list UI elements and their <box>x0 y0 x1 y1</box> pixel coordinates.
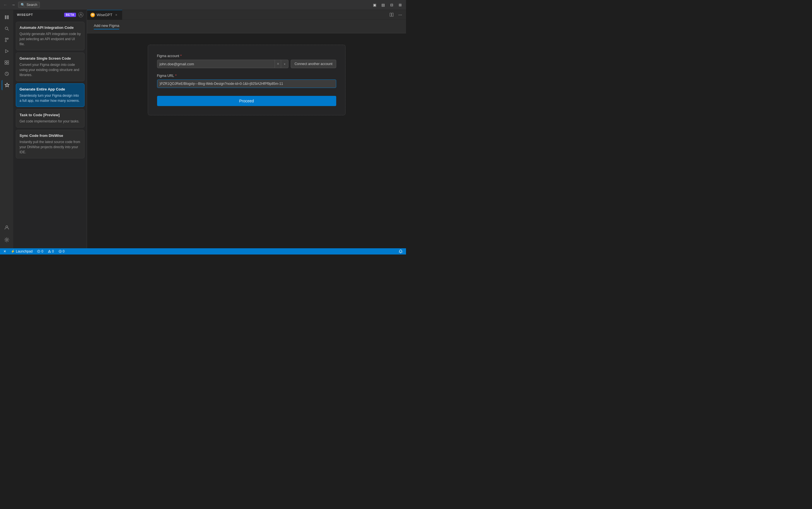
sidebar-card-title: Generate Single Screen Code <box>20 56 81 61</box>
svg-line-3 <box>7 29 8 31</box>
activity-item-explorer[interactable] <box>2 12 12 22</box>
figma-url-group: Figma URL * <box>157 74 336 88</box>
more-actions-button[interactable]: ⋯ <box>396 11 404 18</box>
svg-point-5 <box>5 40 6 42</box>
svg-rect-9 <box>5 63 6 65</box>
sidebar-card-title: Sync Code from DhiWise <box>20 133 81 138</box>
dropdown-arrow[interactable]: ▾ <box>281 60 288 68</box>
sidebar-layout-button[interactable]: ⊞ <box>396 2 404 8</box>
launchpad-icon: ⚡ <box>11 249 15 253</box>
svg-point-4 <box>5 38 6 39</box>
figma-account-input-row: ✕ ▾ Connect another account <box>157 60 336 68</box>
sidebar-card-desc: Quickly generate API integration code by… <box>20 31 81 47</box>
sidebar-card-sync-code[interactable]: Sync Code from DhiWise Instantly pull th… <box>16 130 84 158</box>
status-errors[interactable]: 0 <box>36 248 44 254</box>
sidebar-card-generate-single[interactable]: Generate Single Screen Code Convert your… <box>16 53 84 81</box>
tab-bar: W WiseGPT × ⋯ <box>87 10 406 20</box>
clear-account-button[interactable]: ✕ <box>274 60 281 68</box>
figma-account-input[interactable] <box>157 62 275 66</box>
svg-rect-7 <box>5 61 6 62</box>
svg-point-19 <box>39 252 39 252</box>
status-branch[interactable]: ✕ <box>2 248 7 254</box>
search-icon: 🔍 <box>21 3 25 7</box>
activity-item-run[interactable] <box>2 46 12 56</box>
title-bar-left: ← → 🔍 Search <box>2 2 40 8</box>
status-bar-right <box>398 248 404 254</box>
required-star-url: * <box>175 74 177 78</box>
search-bar[interactable]: 🔍 Search <box>18 2 40 8</box>
figma-account-select[interactable]: ✕ ▾ <box>157 60 289 68</box>
connect-another-account-button[interactable]: Connect another account <box>291 60 336 68</box>
status-bar: ✕ ⚡ Launchpad 0 0 0 <box>0 248 406 254</box>
sidebar-content: Automate API Integration Code Quickly ge… <box>13 20 87 248</box>
tab-icon: W <box>90 13 95 17</box>
svg-point-12 <box>6 226 8 228</box>
svg-rect-15 <box>390 13 391 16</box>
tab-wisegpt[interactable]: W WiseGPT × <box>87 10 122 20</box>
grid-layout-button[interactable]: ⊟ <box>388 2 395 8</box>
search-label: Search <box>27 3 37 7</box>
figma-url-input[interactable] <box>157 79 336 88</box>
split-editor-button[interactable] <box>388 11 395 18</box>
sidebar: WISEGPT BETA Automate API Integration Co… <box>13 10 87 248</box>
activity-bar <box>0 10 13 248</box>
status-bar-left: ✕ ⚡ Launchpad 0 0 0 <box>2 248 66 254</box>
sidebar-card-title: Task to Code [Preview] <box>20 113 81 117</box>
panel-header: Add new Figma <box>87 20 406 33</box>
svg-rect-8 <box>7 61 9 62</box>
panel-title: Add new Figma <box>94 24 119 29</box>
tab-close-button[interactable]: × <box>114 13 119 17</box>
sidebar-card-desc: Convert your Figma design into code usin… <box>20 62 81 77</box>
forward-button[interactable]: → <box>10 2 16 8</box>
beta-badge: BETA <box>64 13 76 17</box>
figma-account-label: Figma account * <box>157 54 336 58</box>
svg-point-23 <box>60 250 60 251</box>
activity-bar-bottom <box>2 222 12 248</box>
svg-rect-16 <box>392 13 393 16</box>
status-warnings[interactable]: 0 <box>47 248 55 254</box>
sidebar-card-desc: Seamlessly turn your Figma design into a… <box>20 93 81 103</box>
status-info[interactable]: 0 <box>58 248 66 254</box>
sidebar-card-desc: Get code implementation for your tasks. <box>20 119 81 124</box>
info-count: 0 <box>63 249 65 253</box>
editor-area: W WiseGPT × ⋯ Add new Figma <box>87 10 406 248</box>
main-content: Add new Figma Figma account * ✕ ▾ <box>87 20 406 248</box>
tab-actions: ⋯ <box>388 11 406 18</box>
sidebar-card-generate-entire[interactable]: Generate Entire App Code Seamlessly turn… <box>16 83 84 107</box>
form-container: Figma account * ✕ ▾ Connect another acco… <box>148 45 345 115</box>
error-count: 0 <box>41 249 43 253</box>
activity-item-timeline[interactable] <box>2 69 12 79</box>
split-layout-button[interactable]: ▤ <box>379 2 387 8</box>
sidebar-card-title: Generate Entire App Code <box>20 87 81 91</box>
warning-count: 0 <box>52 249 54 253</box>
activity-item-wisegpt[interactable] <box>2 80 12 90</box>
notification-bell[interactable] <box>398 248 404 254</box>
launchpad-label: Launchpad <box>16 249 33 253</box>
activity-item-source-control[interactable] <box>2 35 12 45</box>
sidebar-card-task-to-code[interactable]: Task to Code [Preview] Get code implemen… <box>16 109 84 128</box>
sidebar-title: WISEGPT <box>17 13 33 16</box>
activity-item-settings[interactable] <box>2 235 12 245</box>
user-icon[interactable] <box>78 12 83 17</box>
sidebar-card-title: Automate API Integration Code <box>20 26 81 30</box>
activity-item-extensions[interactable] <box>2 58 12 68</box>
svg-rect-10 <box>7 63 9 65</box>
activity-item-account[interactable] <box>2 222 12 232</box>
back-button[interactable]: ← <box>2 2 8 8</box>
svg-point-2 <box>5 27 8 29</box>
svg-point-13 <box>6 239 8 241</box>
svg-rect-1 <box>7 15 9 19</box>
title-bar-right: ▣ ▤ ⊟ ⊞ <box>371 2 404 8</box>
required-star: * <box>180 54 182 58</box>
sidebar-card-automate-api[interactable]: Automate API Integration Code Quickly ge… <box>16 22 84 50</box>
proceed-button[interactable]: Proceed <box>157 96 336 106</box>
svg-rect-0 <box>5 15 6 19</box>
svg-point-14 <box>80 13 82 15</box>
status-launchpad[interactable]: ⚡ Launchpad <box>10 248 34 254</box>
figma-account-group: Figma account * ✕ ▾ Connect another acco… <box>157 54 336 68</box>
main-layout: WISEGPT BETA Automate API Integration Co… <box>0 10 406 248</box>
panel-layout-button[interactable]: ▣ <box>371 2 378 8</box>
activity-item-search[interactable] <box>2 24 12 34</box>
tab-label: WiseGPT <box>97 13 112 17</box>
sidebar-card-desc: Instantly pull the latest source code fr… <box>20 139 81 155</box>
